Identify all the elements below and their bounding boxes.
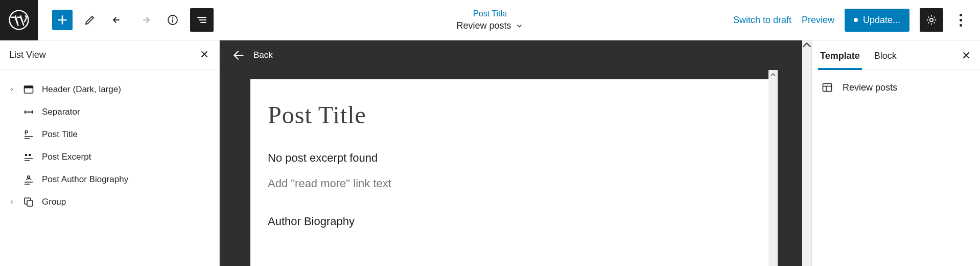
svg-rect-5 [25,86,33,88]
tree-item-group[interactable]: Group [0,191,219,213]
list-view-header: List View [0,40,219,70]
info-icon [167,14,179,26]
editor-canvas: Back Post Title No post excerpt found Ad… [220,40,811,266]
tab-template[interactable]: Template [820,51,860,70]
list-view-panel: List View Header (Dark, large) Separator… [0,40,220,266]
close-icon [199,49,210,60]
main-area: List View Header (Dark, large) Separator… [0,40,980,266]
template-name-label: Review posts [843,82,897,93]
tree-item-label: Post Title [42,129,78,140]
layout-icon [821,81,833,94]
details-button[interactable] [162,10,183,30]
left-toolbar [52,8,214,32]
post-excerpt-icon [22,151,35,163]
gear-icon [925,14,938,26]
header-icon [22,83,35,96]
undo-icon [111,14,124,26]
arrow-left-icon [232,49,245,62]
options-menu-button[interactable] [953,14,968,27]
right-toolbar: Switch to draft Preview Update... [733,8,980,32]
update-button[interactable]: Update... [845,9,909,32]
chevron-down-icon [516,21,524,30]
canvas-stage: Post Title No post excerpt found Add "re… [250,70,771,266]
tree-item-author-bio[interactable]: Post Author Biography [0,168,219,191]
inner-scrollbar[interactable] [768,70,778,266]
preview-button[interactable]: Preview [802,15,834,26]
tree-item-separator[interactable]: Separator [0,101,219,123]
svg-point-3 [930,18,933,21]
redo-button[interactable] [135,10,155,30]
chevron-right-icon [9,86,15,93]
tree-item-label: Separator [42,107,80,117]
list-view-button[interactable] [190,8,214,32]
list-view-title: List View [9,50,46,60]
wordpress-icon [8,9,30,31]
settings-button[interactable] [920,8,943,32]
switch-to-draft-button[interactable]: Switch to draft [733,15,791,26]
expand-toggle[interactable] [8,86,15,93]
list-view-icon [196,14,208,26]
redo-icon [139,14,151,26]
template-selector[interactable]: Review posts [456,20,523,31]
wordpress-logo-button[interactable] [0,0,38,40]
close-icon [961,50,972,61]
post-title-heading[interactable]: Post Title [268,101,753,129]
sidebar-tabs: Template Block [812,40,980,70]
undo-button[interactable] [107,10,128,30]
plus-icon [56,13,69,27]
tree-item-header[interactable]: Header (Dark, large) [0,78,219,101]
edit-mode-button[interactable] [80,10,100,30]
list-view-close-button[interactable] [199,49,210,61]
scroll-up-arrow[interactable] [768,70,778,79]
tree-item-label: Post Author Biography [42,174,128,185]
outer-scrollbar[interactable] [802,40,811,266]
post-title-link[interactable]: Post Title [456,9,523,18]
canvas-back-label: Back [253,50,273,60]
svg-point-7 [28,176,30,179]
author-bio-icon [22,173,35,186]
separator-icon [22,106,35,118]
template-selector-label: Review posts [456,20,511,31]
template-info-row[interactable]: Review posts [812,70,980,105]
scroll-up-arrow[interactable] [802,40,811,50]
tree-item-label: Group [42,197,66,207]
tree-item-post-title[interactable]: P Post Title [0,123,219,146]
document-center-info: Post Title Review posts [456,9,523,31]
post-title-icon: P [22,128,35,141]
pencil-icon [84,14,96,26]
settings-sidebar: Template Block Review posts [811,40,980,266]
tab-block[interactable]: Block [874,51,897,70]
sidebar-close-button[interactable] [961,50,972,62]
svg-rect-9 [27,201,33,206]
add-block-button[interactable] [52,10,73,30]
expand-toggle[interactable] [8,199,15,205]
tree-item-post-excerpt[interactable]: Post Excerpt [0,146,219,168]
update-button-label: Update... [863,15,900,26]
author-biography-text[interactable]: Author Biography [268,215,753,228]
chevron-right-icon [9,199,15,205]
read-more-placeholder[interactable]: Add "read more" link text [268,177,753,190]
tree-item-label: Header (Dark, large) [42,84,121,95]
editor-top-bar: Post Title Review posts Switch to draft … [0,0,980,40]
post-excerpt-text[interactable]: No post excerpt found [268,151,753,165]
tree-item-label: Post Excerpt [42,152,91,162]
svg-point-2 [172,17,174,19]
page-preview[interactable]: Post Title No post excerpt found Add "re… [250,79,771,266]
canvas-back-bar[interactable]: Back [220,40,811,70]
block-tree: Header (Dark, large) Separator P Post Ti… [0,70,219,221]
group-icon [22,196,35,208]
svg-text:P: P [25,129,28,136]
svg-rect-10 [823,84,832,92]
